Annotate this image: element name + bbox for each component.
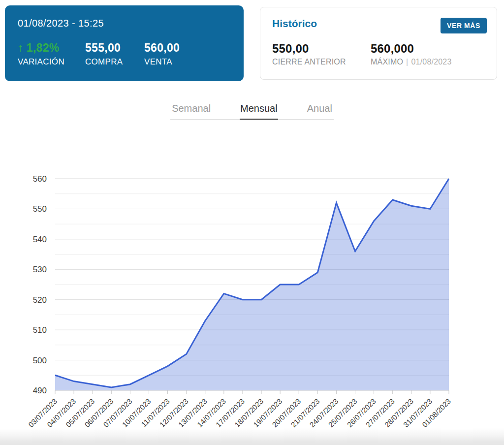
next-section-edge <box>0 428 504 445</box>
sell-column: 560,00 VENTA <box>144 41 180 67</box>
variation-percent: 1,82% <box>27 41 60 54</box>
price-area-chart: 49050051052053054055056003/07/202304/07/… <box>0 162 504 445</box>
sell-value: 560,00 <box>144 41 180 55</box>
y-axis-label: 540 <box>33 235 47 244</box>
maximum-label-row: MÁXIMO|01/08/2023 <box>371 58 452 66</box>
buy-value: 555,00 <box>85 41 144 55</box>
previous-close-value: 550,00 <box>272 42 371 56</box>
y-axis-label: 520 <box>33 295 47 305</box>
maximum-label: MÁXIMO <box>371 58 403 66</box>
maximum-value: 560,000 <box>371 42 452 56</box>
previous-close-column: 550,00 CIERRE ANTERIOR <box>272 42 371 66</box>
y-axis-label: 550 <box>33 204 47 214</box>
chart-region: 49050051052053054055056003/07/202304/07/… <box>0 162 504 445</box>
buy-label: COMPRA <box>85 57 144 67</box>
period-tabs: Semanal Mensual Anual <box>170 103 334 120</box>
buy-column: 555,00 COMPRA <box>85 41 144 67</box>
y-axis-label: 500 <box>33 356 47 365</box>
tab-mensual[interactable]: Mensual <box>240 103 278 119</box>
y-axis-label: 510 <box>33 325 47 335</box>
variation-value: ↑1,82% <box>18 41 85 55</box>
arrow-up-icon: ↑ <box>18 41 24 54</box>
y-axis-label: 490 <box>33 386 47 395</box>
quote-card: 01/08/2023 - 15:25 ↑1,82% VARIACIÓN 555,… <box>5 5 244 81</box>
y-axis-label: 560 <box>33 174 47 184</box>
variation-column: ↑1,82% VARIACIÓN <box>18 41 85 67</box>
history-header: Histórico VER MÁS <box>272 18 487 33</box>
quote-datetime: 01/08/2023 - 15:25 <box>18 18 231 29</box>
y-axis-label: 530 <box>33 265 47 274</box>
history-stats: 550,00 CIERRE ANTERIOR 560,000 MÁXIMO|01… <box>272 42 487 66</box>
maximum-date: 01/08/2023 <box>411 58 451 66</box>
sell-label: VENTA <box>144 57 180 67</box>
history-title: Histórico <box>272 18 317 30</box>
quote-stats: ↑1,82% VARIACIÓN 555,00 COMPRA 560,00 VE… <box>18 41 231 67</box>
tab-semanal[interactable]: Semanal <box>171 103 211 119</box>
page: 01/08/2023 - 15:25 ↑1,82% VARIACIÓN 555,… <box>0 0 504 445</box>
variation-label: VARIACIÓN <box>18 57 85 67</box>
tab-anual[interactable]: Anual <box>307 103 333 119</box>
history-card: Histórico VER MÁS 550,00 CIERRE ANTERIOR… <box>260 7 497 80</box>
see-more-button[interactable]: VER MÁS <box>441 18 487 33</box>
maximum-separator: | <box>406 58 408 66</box>
maximum-column: 560,000 MÁXIMO|01/08/2023 <box>371 42 452 66</box>
period-tabs-wrap: Semanal Mensual Anual <box>0 103 504 120</box>
previous-close-label: CIERRE ANTERIOR <box>272 58 371 66</box>
